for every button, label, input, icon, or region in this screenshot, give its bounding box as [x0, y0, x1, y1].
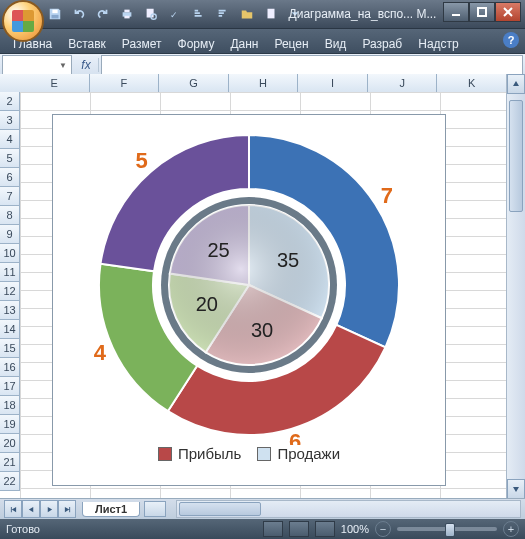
row-header[interactable]: 5	[0, 149, 20, 168]
chart-data-label: 25	[207, 239, 229, 261]
zoom-in-button[interactable]: +	[503, 521, 519, 537]
undo-icon[interactable]	[68, 3, 90, 25]
close-button[interactable]	[495, 2, 521, 22]
spelling-icon[interactable]: ✓	[164, 3, 186, 25]
zoom-percent[interactable]: 100%	[341, 523, 369, 535]
chart-object[interactable]: 764535302025 ПрибыльПродажи	[52, 114, 446, 486]
office-button[interactable]	[2, 0, 44, 42]
print-preview-icon[interactable]	[140, 3, 162, 25]
scroll-down-button[interactable]	[507, 479, 525, 499]
tab-review[interactable]: Рецен	[267, 34, 315, 53]
legend-item: Прибыль	[158, 445, 241, 462]
window-controls	[443, 2, 521, 22]
row-header[interactable]: 2	[0, 92, 20, 111]
row-header[interactable]: 9	[0, 225, 20, 244]
row-header[interactable]: 16	[0, 358, 20, 377]
new-icon[interactable]	[260, 3, 282, 25]
legend-swatch	[158, 447, 172, 461]
sort-desc-icon[interactable]	[212, 3, 234, 25]
vertical-scrollbar[interactable]	[506, 74, 525, 499]
chart-data-label: 30	[251, 319, 273, 341]
column-header[interactable]: E	[20, 74, 90, 93]
row-header[interactable]: 21	[0, 453, 20, 472]
column-header[interactable]: I	[298, 74, 368, 93]
svg-rect-1	[52, 15, 59, 19]
svg-rect-8	[268, 9, 275, 19]
tab-view[interactable]: Вид	[318, 34, 354, 53]
chevron-down-icon[interactable]: ▼	[59, 61, 67, 70]
sheet-tabs-bar: Лист1	[0, 498, 525, 519]
column-header[interactable]: G	[159, 74, 229, 93]
column-header[interactable]: J	[368, 74, 438, 93]
row-headers: 2345678910111213141516171819202122	[0, 92, 20, 499]
open-icon[interactable]	[236, 3, 258, 25]
chart-data-label: 20	[196, 293, 218, 315]
column-header[interactable]: F	[90, 74, 160, 93]
sheet-tab-new-icon[interactable]	[144, 501, 166, 517]
legend-item: Продажи	[257, 445, 340, 462]
sort-asc-icon[interactable]	[188, 3, 210, 25]
row-header[interactable]: 7	[0, 187, 20, 206]
row-header[interactable]: 11	[0, 263, 20, 282]
tab-layout[interactable]: Размет	[115, 34, 169, 53]
view-page-layout-icon[interactable]	[289, 521, 309, 537]
tab-developer[interactable]: Разраб	[355, 34, 409, 53]
view-normal-icon[interactable]	[263, 521, 283, 537]
window-title: Диаграмма_на_вспо... M...	[280, 7, 445, 21]
tab-insert[interactable]: Вставк	[61, 34, 113, 53]
ribbon-tabs: Главна Вставк Размет Форму Данн Рецен Ви…	[0, 29, 525, 54]
redo-icon[interactable]	[92, 3, 114, 25]
tab-addins[interactable]: Надстр	[411, 34, 466, 53]
row-header[interactable]: 14	[0, 320, 20, 339]
row-header[interactable]: 13	[0, 301, 20, 320]
help-icon[interactable]: ?	[503, 32, 519, 48]
row-header[interactable]: 17	[0, 377, 20, 396]
zoom-slider[interactable]	[397, 527, 497, 531]
row-header[interactable]: 22	[0, 472, 20, 491]
row-header[interactable]: 8	[0, 206, 20, 225]
save-icon[interactable]	[44, 3, 66, 25]
row-header[interactable]: 10	[0, 244, 20, 263]
tab-data[interactable]: Данн	[223, 34, 265, 53]
status-bar: Готово 100% − +	[0, 519, 525, 539]
zoom-slider-thumb[interactable]	[445, 523, 455, 537]
formula-input[interactable]	[101, 55, 523, 75]
status-ready: Готово	[6, 523, 40, 535]
row-header[interactable]: 4	[0, 130, 20, 149]
sheet-nav-prev-icon[interactable]	[22, 500, 40, 518]
svg-rect-5	[147, 9, 154, 18]
view-page-break-icon[interactable]	[315, 521, 335, 537]
row-header[interactable]: 12	[0, 282, 20, 301]
maximize-button[interactable]	[469, 2, 495, 22]
worksheet-area: EFGHIJK 23456789101112131415161718192021…	[0, 74, 525, 499]
tab-formulas[interactable]: Форму	[171, 34, 222, 53]
row-header[interactable]: 18	[0, 396, 20, 415]
quick-print-icon[interactable]	[116, 3, 138, 25]
column-headers: EFGHIJK	[20, 74, 507, 92]
scroll-up-button[interactable]	[507, 74, 525, 94]
minimize-button[interactable]	[443, 2, 469, 22]
row-header[interactable]: 6	[0, 168, 20, 187]
name-box[interactable]: ▼	[2, 55, 72, 75]
sheet-tab-active[interactable]: Лист1	[82, 502, 140, 517]
column-header[interactable]: H	[229, 74, 299, 93]
select-all-corner[interactable]	[0, 74, 21, 93]
column-header[interactable]: K	[437, 74, 507, 93]
vertical-scroll-thumb[interactable]	[509, 100, 523, 212]
zoom-out-button[interactable]: −	[375, 521, 391, 537]
cell-grid[interactable]: 764535302025 ПрибыльПродажи	[20, 92, 507, 499]
sheet-nav-first-icon[interactable]	[4, 500, 22, 518]
svg-point-14	[169, 205, 329, 365]
sheet-nav-next-icon[interactable]	[40, 500, 58, 518]
horizontal-scrollbar[interactable]	[176, 500, 521, 518]
fx-icon[interactable]: fx	[74, 58, 99, 72]
chart-data-label: 4	[94, 340, 107, 365]
svg-rect-4	[124, 16, 129, 19]
horizontal-scroll-thumb[interactable]	[179, 502, 261, 516]
row-header[interactable]: 3	[0, 111, 20, 130]
row-header[interactable]: 19	[0, 415, 20, 434]
sheet-nav-last-icon[interactable]	[58, 500, 76, 518]
chart-data-label: 35	[277, 249, 299, 271]
row-header[interactable]: 20	[0, 434, 20, 453]
row-header[interactable]: 15	[0, 339, 20, 358]
